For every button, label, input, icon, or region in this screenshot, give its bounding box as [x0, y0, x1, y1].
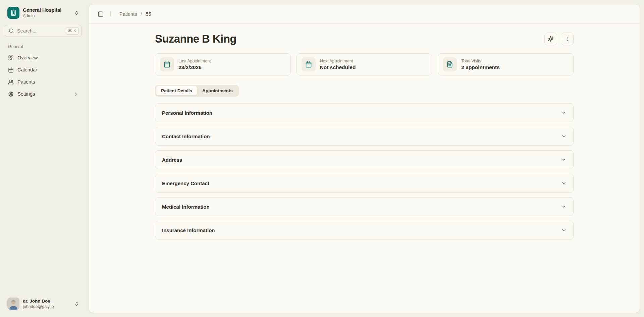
- sparkles-icon: [548, 36, 554, 42]
- stat-total-visits: Total Visits 2 appointments: [438, 53, 574, 75]
- chevrons-up-down-icon: [74, 10, 79, 15]
- file-text-icon: [443, 57, 457, 71]
- sidebar-section-label: General: [5, 44, 82, 49]
- accordion-medical-information[interactable]: Medical Information: [155, 197, 574, 216]
- users-icon: [8, 79, 14, 85]
- stat-label: Next Appointment: [320, 59, 356, 63]
- accordion-title: Insurance Information: [162, 227, 215, 233]
- hospital-logo-icon: [7, 7, 19, 19]
- accordion-insurance-information[interactable]: Insurance Information: [155, 221, 574, 240]
- sidebar-item-label: Calendar: [17, 67, 37, 72]
- sidebar-toggle-button[interactable]: [96, 9, 106, 19]
- user-name: dr. John Doe: [23, 299, 71, 304]
- tab-bar: Patient Details Appointments: [155, 85, 239, 97]
- ai-actions-button[interactable]: [544, 33, 557, 45]
- search-icon: [9, 28, 14, 34]
- main-card: Patients / 55 Suzanne B King: [89, 4, 640, 313]
- tab-appointments[interactable]: Appointments: [197, 86, 238, 96]
- breadcrumb-current: 55: [146, 11, 151, 17]
- accordion-title: Address: [162, 157, 182, 163]
- chevron-down-icon: [561, 110, 567, 115]
- stat-value: 2 appointments: [461, 64, 500, 70]
- user-email: johndoe@galy.io: [23, 304, 71, 309]
- sidebar-item-overview[interactable]: Overview: [5, 52, 82, 64]
- page-title: Suzanne B King: [155, 33, 236, 45]
- org-role: Admin: [23, 13, 71, 18]
- stat-value: 23/2/2026: [178, 64, 211, 70]
- chevron-right-icon: [73, 92, 78, 97]
- sidebar-item-settings[interactable]: Settings: [5, 88, 82, 100]
- accordion-personal-information[interactable]: Personal Information: [155, 103, 574, 122]
- accordion-title: Emergency Contact: [162, 180, 209, 186]
- accordion-contact-information[interactable]: Contact Information: [155, 127, 574, 146]
- org-name: General Hospital: [23, 7, 71, 13]
- stats-row: Last Appointment 23/2/2026 Next Appointm…: [155, 53, 574, 75]
- org-switcher[interactable]: General Hospital Admin: [5, 5, 82, 21]
- user-menu[interactable]: dr. John Doe johndoe@galy.io: [5, 296, 82, 312]
- sidebar: General Hospital Admin Search... ⌘ K Gen…: [0, 0, 87, 317]
- search-input[interactable]: Search... ⌘ K: [5, 25, 82, 37]
- stat-label: Total Visits: [461, 59, 500, 63]
- chevron-down-icon: [561, 204, 567, 209]
- topbar: Patients / 55: [89, 4, 640, 24]
- chevron-down-icon: [561, 227, 567, 233]
- chevron-down-icon: [561, 157, 567, 162]
- gear-icon: [8, 91, 14, 97]
- search-placeholder: Search...: [17, 28, 63, 34]
- breadcrumb: Patients / 55: [119, 11, 151, 17]
- sidebar-item-label: Patients: [17, 79, 35, 85]
- chevron-down-icon: [561, 134, 567, 139]
- accordion-title: Contact Information: [162, 134, 210, 139]
- sidebar-item-calendar[interactable]: Calendar: [5, 64, 82, 76]
- more-options-button[interactable]: [561, 33, 574, 45]
- ellipsis-vertical-icon: [564, 36, 570, 42]
- avatar: [7, 298, 19, 310]
- sidebar-item-patients[interactable]: Patients: [5, 76, 82, 88]
- main-area: Patients / 55 Suzanne B King: [87, 0, 644, 317]
- accordion-title: Medical Information: [162, 204, 210, 210]
- calendar-icon: [8, 67, 14, 73]
- sidebar-item-label: Settings: [17, 91, 35, 97]
- content-scroll[interactable]: Suzanne B King: [89, 24, 640, 313]
- stat-value: Not scheduled: [320, 64, 356, 70]
- accordion-title: Personal Information: [162, 110, 212, 116]
- sidebar-nav: Overview Calendar Patients: [5, 52, 82, 100]
- stat-label: Last Appointment: [178, 59, 211, 63]
- accordion-emergency-contact[interactable]: Emergency Contact: [155, 174, 574, 193]
- calendar-icon: [302, 57, 316, 71]
- breadcrumb-patients-link[interactable]: Patients: [119, 11, 137, 17]
- stat-next-appointment: Next Appointment Not scheduled: [297, 53, 432, 75]
- search-shortcut-badge: ⌘ K: [66, 27, 79, 35]
- chevrons-up-down-icon: [74, 301, 79, 306]
- topbar-divider: [110, 11, 111, 17]
- breadcrumb-separator: /: [141, 11, 142, 17]
- calendar-icon: [160, 57, 174, 71]
- accordion-list: Personal Information Contact Information…: [155, 103, 574, 240]
- accordion-address[interactable]: Address: [155, 150, 574, 169]
- chevron-down-icon: [561, 180, 567, 186]
- layout-grid-icon: [8, 55, 14, 61]
- sidebar-item-label: Overview: [17, 55, 38, 60]
- stat-last-appointment: Last Appointment 23/2/2026: [155, 53, 291, 75]
- tab-patient-details[interactable]: Patient Details: [156, 86, 197, 96]
